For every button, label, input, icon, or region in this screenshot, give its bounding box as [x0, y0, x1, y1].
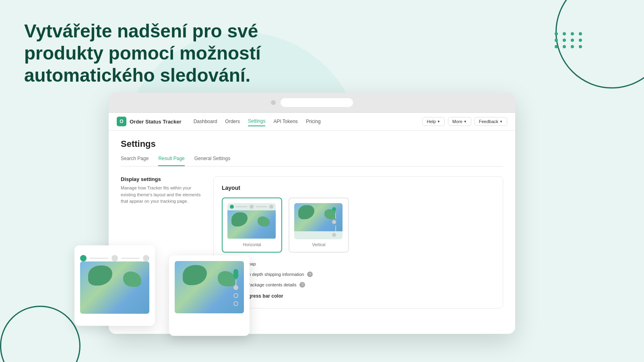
nav-item-api-tokens[interactable]: API Tokens [273, 117, 297, 126]
step-line-1 [236, 206, 247, 207]
help-button[interactable]: Help ▼ [422, 117, 445, 126]
section-title: Display settings [121, 176, 201, 182]
vertical-steps [329, 206, 339, 239]
headline: Vytvářejte nadšení pro své produkty pomo… [24, 20, 306, 87]
shipping-info-icon[interactable]: ? [307, 272, 313, 277]
v-dot-1 [233, 285, 238, 290]
step-line-2 [256, 206, 267, 207]
nav-item-settings[interactable]: Settings [248, 117, 265, 126]
settings-page-title: Settings [121, 139, 503, 149]
tab-general-settings[interactable]: General Settings [194, 156, 230, 166]
card-step-3 [143, 255, 149, 261]
step-dot-3 [269, 205, 273, 209]
layout-option-horizontal[interactable]: Horizontal [222, 197, 282, 253]
card-step-line-2 [121, 258, 140, 259]
layout-panel: Layout [213, 176, 503, 309]
section-description: Manage how Tracker fits within your exis… [121, 185, 201, 205]
nav-item-dashboard[interactable]: Dashboard [194, 117, 217, 126]
v-step-dot-2 [332, 220, 336, 224]
bg-circle-bottom-left [0, 306, 80, 362]
checkbox-display-map[interactable]: ✓ Display map [222, 261, 495, 267]
settings-tabs: Search Page Result Page General Settings [121, 156, 503, 167]
layout-option-vertical[interactable]: Vertical [289, 197, 349, 253]
feedback-arrow-icon: ▼ [500, 120, 503, 123]
tab-result-page[interactable]: Result Page [158, 156, 184, 166]
horizontal-preview [227, 203, 276, 239]
vertical-preview [294, 203, 343, 239]
v-dot-3 [233, 301, 238, 306]
v-dot-2 [233, 293, 238, 298]
header-actions: Help ▼ More ▼ Feedback ▼ [422, 117, 507, 126]
bg-circle-top-right [555, 0, 644, 88]
v-step-line-2 [335, 226, 336, 231]
tab-search-page[interactable]: Search Page [121, 156, 149, 166]
card-map-horizontal [80, 261, 149, 314]
nav-item-orders[interactable]: Orders [225, 117, 240, 126]
v-pin [233, 269, 238, 277]
card-steps-horizontal [80, 255, 149, 261]
layout-panel-title: Layout [222, 185, 495, 191]
app-nav: Dashboard Orders Settings API Tokens Pri… [194, 117, 321, 126]
app-logo: O [117, 117, 126, 126]
horizontal-map [227, 210, 276, 239]
browser-url-bar [281, 98, 353, 107]
v-step-line-1 [335, 213, 336, 218]
card-step-line-1 [90, 258, 108, 259]
app-title: Order Status Tracker [130, 119, 182, 125]
help-arrow-icon: ▼ [437, 120, 440, 123]
card-preview-vertical [169, 255, 250, 336]
horizontal-steps [227, 203, 276, 210]
card-step-2 [111, 255, 118, 261]
card-step-1 [80, 255, 87, 261]
card-preview-horizontal [74, 245, 155, 326]
browser-chrome [109, 93, 515, 113]
browser-dot-1 [271, 100, 276, 105]
horizontal-label: Horizontal [227, 243, 277, 247]
v-step-dot-1 [332, 207, 336, 211]
nav-item-pricing[interactable]: Pricing [306, 117, 321, 126]
v-step-dot-3 [332, 233, 336, 237]
app-header: O Order Status Tracker Dashboard Orders … [109, 113, 515, 131]
vertical-label: Vertical [294, 243, 343, 247]
step-dot-2 [250, 205, 254, 209]
checkbox-package-contents[interactable]: ✓ Display Package contents details ? [222, 282, 495, 288]
headline-text: Vytvářejte nadšení pro své produkty pomo… [24, 20, 306, 87]
checkbox-shipping-info[interactable]: ✓ Display In depth shipping information … [222, 271, 495, 278]
feedback-button[interactable]: Feedback ▼ [475, 117, 507, 126]
step-dot-1 [230, 205, 234, 209]
more-button[interactable]: More ▼ [448, 117, 471, 126]
card-steps-vertical [233, 269, 238, 306]
dots-decoration [555, 32, 584, 48]
layout-options: Horizontal [222, 197, 495, 253]
package-info-icon[interactable]: ? [299, 282, 305, 288]
more-arrow-icon: ▼ [464, 120, 467, 123]
progress-color-row: Progress bar color [222, 292, 495, 300]
